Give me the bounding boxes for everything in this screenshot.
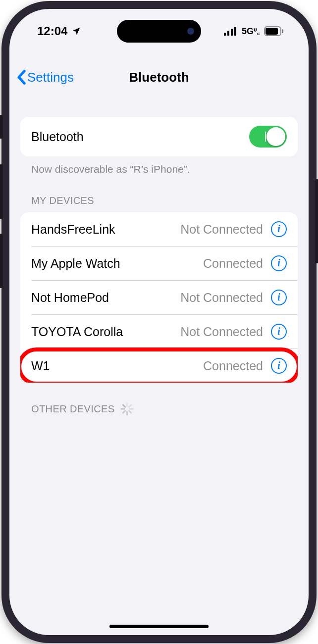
dynamic-island: [117, 20, 201, 43]
svg-rect-0: [224, 33, 226, 36]
svg-rect-6: [282, 29, 283, 33]
info-icon[interactable]: [271, 221, 287, 237]
battery-icon: [264, 26, 284, 36]
status-time: 12:04: [37, 24, 67, 38]
device-status: Connected: [203, 256, 263, 271]
device-status: Connected: [203, 359, 263, 373]
info-icon[interactable]: [271, 255, 287, 271]
bluetooth-toggle[interactable]: [249, 126, 287, 148]
home-indicator[interactable]: [109, 625, 209, 628]
bluetooth-toggle-card: Bluetooth: [20, 117, 298, 156]
svg-rect-1: [227, 31, 229, 36]
other-devices-label: OTHER DEVICES: [31, 403, 115, 415]
device-row[interactable]: Not HomePod Not Connected: [31, 280, 298, 314]
device-row[interactable]: HandsFreeLink Not Connected: [20, 212, 298, 246]
power-button: [315, 179, 318, 263]
device-row[interactable]: My Apple Watch Connected: [31, 246, 298, 280]
device-row-highlighted[interactable]: W1 Connected: [31, 348, 298, 383]
discoverable-note: Now discoverable as “R’s iPhone”.: [20, 156, 298, 175]
svg-rect-5: [265, 28, 278, 35]
svg-rect-2: [231, 29, 233, 36]
device-status: Not Connected: [180, 325, 263, 339]
my-devices-header: MY DEVICES: [20, 175, 298, 212]
device-status: Not Connected: [180, 222, 263, 237]
content: Bluetooth Now discoverable as “R’s iPhon…: [9, 92, 309, 421]
chevron-left-icon: [16, 70, 26, 85]
back-label: Settings: [27, 70, 74, 85]
device-name: My Apple Watch: [31, 256, 120, 271]
device-row[interactable]: TOYOTA Corolla Not Connected: [31, 314, 298, 348]
cellular-signal-icon: [224, 27, 238, 36]
device-status: Not Connected: [180, 291, 263, 305]
device-name: TOYOTA Corolla: [31, 325, 123, 339]
svg-rect-3: [234, 27, 236, 36]
volume-down-button: [0, 234, 3, 288]
device-name: HandsFreeLink: [31, 222, 115, 237]
my-devices-list: HandsFreeLink Not Connected My Apple Wat…: [20, 212, 298, 383]
side-button: [0, 115, 3, 139]
back-button[interactable]: Settings: [9, 70, 74, 85]
activity-spinner-icon: [121, 402, 134, 415]
info-icon[interactable]: [271, 324, 287, 340]
phone-frame: 12:04 5Gᶸ꜀: [1, 1, 317, 643]
network-type: 5Gᶸ꜀: [242, 26, 260, 37]
bluetooth-label: Bluetooth: [31, 130, 84, 144]
bluetooth-toggle-row[interactable]: Bluetooth: [20, 117, 298, 156]
location-arrow-icon: [71, 26, 81, 36]
other-devices-header: OTHER DEVICES: [20, 383, 298, 421]
screen: 12:04 5Gᶸ꜀: [9, 9, 309, 635]
info-icon[interactable]: [271, 290, 287, 305]
device-name: W1: [31, 359, 50, 373]
volume-up-button: [0, 164, 3, 219]
device-name: Not HomePod: [31, 291, 109, 305]
info-icon[interactable]: [271, 358, 287, 374]
